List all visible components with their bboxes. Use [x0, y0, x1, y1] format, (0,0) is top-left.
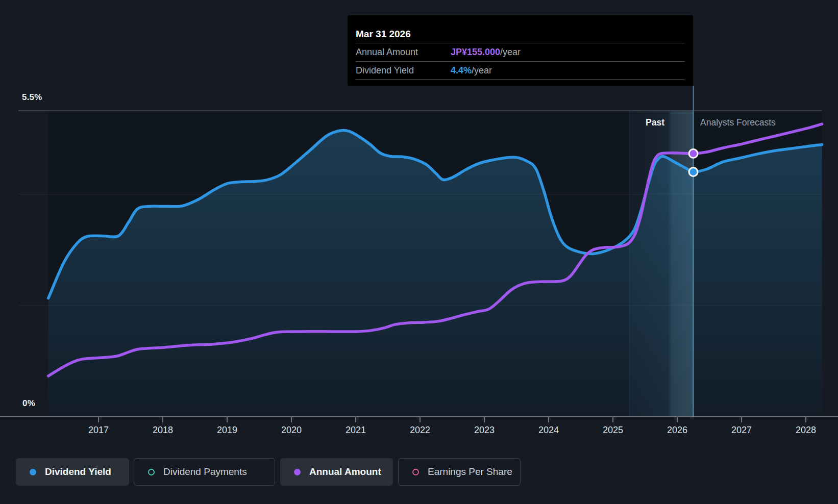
earnings-per-share-ring-icon	[412, 469, 419, 475]
dividend_yield-marker	[689, 168, 698, 177]
forecast-region-label: Analysts Forecasts	[700, 117, 776, 128]
legend-dividend-payments-label: Dividend Payments	[163, 466, 247, 477]
dividend-yield-dot-icon	[30, 469, 36, 475]
year-label-2023: 2023	[468, 425, 501, 436]
year-label-2021: 2021	[339, 425, 372, 436]
legend-toggle-dividend-payments[interactable]: Dividend Payments	[134, 458, 275, 486]
tooltip-annual-amount-suffix: /year	[500, 47, 521, 58]
year-label-2025: 2025	[597, 425, 629, 436]
legend-earnings-per-share-label: Earnings Per Share	[428, 466, 512, 477]
hover-tooltip: Mar 31 2026 Annual Amount JP¥155.000 /ye…	[348, 15, 693, 86]
legend-toggle-annual-amount[interactable]: Annual Amount	[280, 458, 393, 486]
past-region-label: Past	[632, 117, 664, 128]
year-label-2018: 2018	[146, 425, 179, 436]
year-label-2017: 2017	[82, 425, 115, 436]
tooltip-dividend-yield-suffix: /year	[472, 65, 492, 76]
annual_amount-marker	[689, 149, 698, 158]
year-label-2024: 2024	[532, 425, 565, 436]
year-label-2027: 2027	[725, 425, 758, 436]
y-axis-max-label: 5.5%	[22, 92, 42, 103]
dividend-payments-ring-icon	[148, 469, 155, 475]
tooltip-row-dividend-yield: Dividend Yield 4.4% /year	[356, 61, 685, 80]
tooltip-date: Mar 31 2026	[356, 15, 685, 43]
year-label-2019: 2019	[211, 425, 243, 436]
year-label-2028: 2028	[790, 425, 822, 436]
annual-amount-dot-icon	[294, 469, 301, 475]
legend-toggle-earnings-per-share[interactable]: Earnings Per Share	[398, 458, 521, 486]
tooltip-dividend-yield-label: Dividend Yield	[356, 65, 451, 76]
legend-dividend-yield-label: Dividend Yield	[45, 466, 111, 477]
legend-annual-amount-label: Annual Amount	[309, 466, 381, 477]
y-axis-zero-label: 0%	[22, 398, 35, 409]
year-label-2026: 2026	[661, 425, 694, 436]
year-label-2022: 2022	[404, 425, 436, 436]
tooltip-dividend-yield-value: 4.4%	[451, 65, 472, 76]
tooltip-annual-amount-value: JP¥155.000	[451, 47, 500, 58]
dividend-chart-page: 5.5% 0% 20172018201920202021202220232024…	[0, 0, 838, 504]
tooltip-row-annual-amount: Annual Amount JP¥155.000 /year	[356, 43, 685, 61]
year-label-2020: 2020	[275, 425, 308, 436]
tooltip-annual-amount-label: Annual Amount	[356, 47, 451, 58]
legend-toggle-dividend-yield[interactable]: Dividend Yield	[16, 458, 129, 486]
